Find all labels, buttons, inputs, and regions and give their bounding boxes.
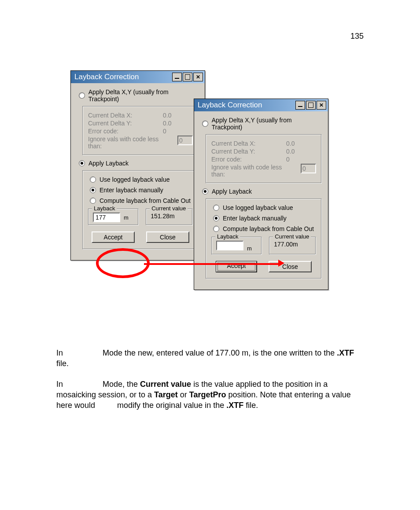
radio-apply-delta[interactable]: Apply Delta X,Y (usually from Trackpoint… xyxy=(202,117,322,131)
radio-label: Apply Layback xyxy=(88,160,129,167)
unit-label: m xyxy=(124,214,129,221)
delta-y-label: Current Delta Y: xyxy=(88,120,158,127)
radio-icon xyxy=(213,205,219,211)
radio-use-logged[interactable]: Use logged layback value xyxy=(90,176,193,183)
ignore-label: Ignore vals with code less than: xyxy=(211,164,296,178)
annotation-arrow-line xyxy=(144,263,280,265)
layback-groupbox: Use logged layback value Enter layback m… xyxy=(206,198,322,279)
radio-icon xyxy=(79,160,85,166)
delta-x-value: 0.0 xyxy=(286,140,295,147)
radio-label: Use logged layback value xyxy=(99,176,170,183)
screenshot-figure: Layback Correction ✕ Apply Delta X,Y (us… xyxy=(70,70,352,321)
ignore-label: Ignore vals with code less than: xyxy=(88,136,173,150)
layback-groupbox: Use logged layback value Enter layback m… xyxy=(82,170,199,249)
fieldset-legend: Layback xyxy=(92,205,117,212)
radio-apply-delta[interactable]: Apply Delta X,Y (usually from Trackpoint… xyxy=(79,88,199,103)
dialog-title: Layback Correction xyxy=(74,73,139,81)
minimize-icon xyxy=(298,106,302,107)
close-button[interactable]: Close xyxy=(269,261,312,272)
body-text: In Mode the new, entered value of 177.00… xyxy=(56,348,364,420)
delta-x-label: Current Delta X: xyxy=(211,140,282,147)
radio-apply-layback[interactable]: Apply Layback xyxy=(79,160,199,167)
minimize-icon xyxy=(175,78,179,79)
radio-icon xyxy=(90,176,96,183)
radio-label: Enter layback manually xyxy=(99,187,163,194)
minimize-button[interactable] xyxy=(172,73,182,81)
radio-compute-cable[interactable]: Compute layback from Cable Out xyxy=(90,197,193,204)
close-icon-button[interactable]: ✕ xyxy=(193,73,203,81)
close-button[interactable]: Close xyxy=(146,231,189,243)
layback-input[interactable] xyxy=(216,241,243,250)
radio-label: Compute layback from Cable Out xyxy=(99,197,191,204)
radio-label: Apply Delta X,Y (usually from Trackpoint… xyxy=(212,117,322,131)
error-code-label: Error code: xyxy=(211,156,282,163)
page-number: 135 xyxy=(350,32,364,41)
delta-y-value: 0.0 xyxy=(286,148,295,155)
radio-apply-layback[interactable]: Apply Layback xyxy=(202,188,322,195)
ignore-threshold-input: 0 xyxy=(177,136,193,145)
radio-label: Use logged layback value xyxy=(223,204,293,211)
layback-fieldset: Layback 177 m xyxy=(88,209,139,225)
radio-icon xyxy=(90,198,96,204)
fieldset-legend: Current value xyxy=(273,233,311,240)
unit-label: m xyxy=(247,245,252,252)
radio-icon xyxy=(213,215,219,221)
layback-fieldset: Layback m xyxy=(211,237,262,255)
dialog-title: Layback Correction xyxy=(198,101,262,110)
radio-icon xyxy=(79,92,85,99)
radio-label: Apply Delta X,Y (usually from Trackpoint… xyxy=(88,88,199,103)
restore-button[interactable] xyxy=(183,73,192,81)
close-icon-button[interactable]: ✕ xyxy=(317,101,326,110)
current-value-fieldset: Current value 177.00m xyxy=(269,237,316,255)
error-code-label: Error code: xyxy=(88,128,158,135)
delta-groupbox: Current Delta X:0.0 Current Delta Y:0.0 … xyxy=(206,134,322,183)
error-code-value: 0 xyxy=(286,156,290,163)
error-code-value: 0 xyxy=(163,128,166,135)
radio-label: Enter layback manually xyxy=(223,215,287,222)
delta-x-label: Current Delta X: xyxy=(88,112,158,119)
delta-y-value: 0.0 xyxy=(163,120,171,127)
radio-label: Apply Layback xyxy=(212,188,252,195)
annotation-arrow-head xyxy=(278,260,284,267)
radio-icon xyxy=(213,226,219,232)
radio-icon xyxy=(202,188,208,194)
current-value-text: 151.28m xyxy=(151,213,174,220)
current-value-fieldset: Current value 151.28m xyxy=(146,209,193,225)
ignore-threshold-input: 0 xyxy=(301,164,316,173)
radio-icon xyxy=(90,187,96,193)
minimize-button[interactable] xyxy=(295,101,305,110)
accept-button[interactable]: Accept xyxy=(216,261,257,272)
restore-icon xyxy=(185,74,190,80)
fieldset-legend: Layback xyxy=(215,233,240,240)
delta-x-value: 0.0 xyxy=(163,112,171,119)
radio-use-logged[interactable]: Use logged layback value xyxy=(213,204,316,211)
current-value-text: 177.00m xyxy=(274,241,298,248)
close-icon: ✕ xyxy=(196,74,200,80)
titlebar[interactable]: Layback Correction ✕ xyxy=(194,99,328,111)
radio-enter-manually[interactable]: Enter layback manually xyxy=(90,187,193,194)
titlebar[interactable]: Layback Correction ✕ xyxy=(71,71,205,83)
restore-icon xyxy=(308,103,313,108)
paragraph-1: In Mode the new, entered value of 177.00… xyxy=(56,348,364,369)
radio-enter-manually[interactable]: Enter layback manually xyxy=(213,215,316,222)
paragraph-2: In Mode, the Current value is the value … xyxy=(56,379,364,411)
layback-input[interactable]: 177 xyxy=(93,213,120,222)
fieldset-legend: Current value xyxy=(150,205,188,212)
restore-button[interactable] xyxy=(306,101,316,110)
layback-dialog-before: Layback Correction ✕ Apply Delta X,Y (us… xyxy=(70,70,205,261)
layback-dialog-after: Layback Correction ✕ Apply Delta X,Y (us… xyxy=(194,99,328,290)
radio-label: Compute layback from Cable Out xyxy=(223,225,314,232)
close-icon: ✕ xyxy=(319,102,324,108)
radio-compute-cable[interactable]: Compute layback from Cable Out xyxy=(213,225,316,232)
accept-button[interactable]: Accept xyxy=(92,231,135,243)
delta-y-label: Current Delta Y: xyxy=(211,148,282,155)
delta-groupbox: Current Delta X:0.0 Current Delta Y:0.0 … xyxy=(82,106,199,155)
radio-icon xyxy=(202,121,208,127)
